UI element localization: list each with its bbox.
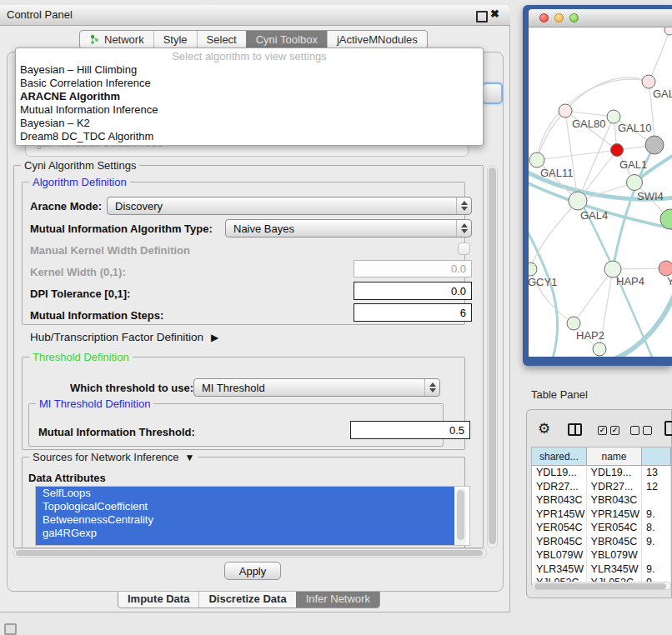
which-threshold-combo[interactable]: MI Threshold	[193, 378, 440, 397]
cell: YER054C	[587, 521, 642, 535]
table-row[interactable]: YPR145W YPR145W 9.	[532, 508, 671, 522]
node-hap2[interactable]	[567, 317, 580, 330]
algorithm-option[interactable]: Bayesian – K2	[16, 117, 483, 130]
list-item[interactable]: SelfLoops	[36, 487, 469, 500]
tab-impute-data[interactable]: Impute Data	[118, 590, 198, 608]
select-all-columns-icon[interactable]: ✓ ✓	[598, 426, 619, 435]
zoom-traffic-light-icon[interactable]	[569, 13, 579, 22]
checked-box-icon: ✓	[610, 426, 619, 435]
tab-network-label: Network	[104, 33, 144, 46]
close-icon[interactable]: ✖	[490, 8, 499, 20]
manual-kernel-checkbox[interactable]	[458, 242, 470, 255]
aracne-mode-value: Discovery	[108, 200, 456, 212]
algorithm-option[interactable]: Bayesian – Hill Climbing	[16, 63, 483, 77]
apply-button[interactable]: Apply	[224, 562, 281, 580]
aracne-mode-combo[interactable]: Discovery	[107, 197, 472, 215]
dpi-tolerance-field[interactable]	[354, 282, 472, 300]
table-row[interactable]: YLR345W YLR345W 9.	[532, 562, 671, 577]
tab-discretize-data[interactable]: Discretize Data	[198, 590, 295, 608]
algorithm-option[interactable]: Basic Correlation Inference	[16, 77, 483, 90]
table-row[interactable]: YDR27... YDR27... 12	[532, 480, 671, 494]
manual-kernel-label: Manual Kernel Width Definition	[30, 244, 190, 257]
algorithm-combo-focus-edge[interactable]	[482, 82, 503, 104]
mi-steps-field[interactable]	[354, 303, 472, 322]
tab-discretize-data-label: Discretize Data	[208, 592, 286, 605]
table-row[interactable]: YBR045C YBR045C 9.	[532, 535, 671, 549]
column-header[interactable]	[642, 448, 671, 465]
table-row[interactable]: YBR043C YBR043C	[532, 493, 671, 508]
list-vertical-scrollbar[interactable]	[456, 488, 466, 546]
cell: YBL079W	[532, 548, 587, 562]
settings-vertical-scrollbar[interactable]	[487, 165, 498, 548]
node-partial-bottom[interactable]	[593, 342, 606, 356]
node-label: HAP2	[576, 329, 604, 342]
control-panel-titlebar[interactable]	[0, 5, 510, 26]
node-gal1[interactable]	[627, 175, 643, 191]
data-attributes-list[interactable]: SelfLoops TopologicalCoefficient Between…	[35, 486, 470, 546]
cell: 9.	[642, 562, 671, 577]
file-icon[interactable]	[664, 421, 672, 436]
table-panel-title: Table Panel	[531, 388, 588, 401]
list-item[interactable]: gal4RGexp	[36, 527, 469, 540]
tab-cyni-toolbox-label: Cyni Toolbox	[256, 33, 318, 46]
node-gcy1[interactable]	[529, 262, 537, 276]
tab-cyni-toolbox[interactable]: Cyni Toolbox	[246, 31, 327, 48]
tab-infer-network[interactable]: Infer Network	[296, 590, 379, 608]
column-header[interactable]: shared...	[532, 448, 587, 465]
minimized-panel-icon[interactable]	[4, 623, 17, 635]
cell: YBL079W	[587, 548, 642, 562]
node-red-selected[interactable]	[611, 144, 624, 157]
tab-network[interactable]: Network	[80, 31, 153, 48]
tab-impute-data-label: Impute Data	[128, 592, 189, 605]
columns-icon[interactable]	[568, 423, 582, 436]
tab-jactivemnodules[interactable]: jActiveMNodules	[327, 31, 427, 48]
table-row[interactable]: YBL079W YBL079W	[532, 548, 671, 562]
network-canvas[interactable]: GAL80 GAL10 GAL1 GAL11 GAL4 SWI4 GCY1 HA…	[529, 28, 672, 357]
tab-select[interactable]: Select	[197, 31, 246, 48]
gear-icon[interactable]: ⚙	[538, 422, 550, 437]
settings-horizontal-scrollbar[interactable]	[13, 548, 487, 558]
minimize-traffic-light-icon[interactable]	[554, 13, 564, 22]
cell	[642, 548, 671, 562]
node-gal80[interactable]	[559, 104, 572, 118]
close-traffic-light-icon[interactable]	[539, 13, 549, 22]
list-item[interactable]: BetweennessCentrality	[36, 513, 469, 527]
data-attributes-label: Data Attributes	[28, 472, 106, 484]
node-gal4[interactable]	[569, 192, 587, 210]
screen: Control Panel ✖ Network Style Select Cyn…	[0, 0, 672, 635]
cell: YDL19...	[587, 466, 642, 480]
node-label: GCY1	[529, 276, 557, 288]
stepper-icon	[456, 220, 471, 237]
column-header[interactable]: name	[587, 448, 643, 465]
node-gal11[interactable]	[529, 152, 544, 168]
algorithm-option[interactable]: Dream8 DC_TDC Algorithm	[16, 130, 483, 143]
tab-infer-network-label: Infer Network	[306, 592, 370, 605]
node-gal-pink[interactable]	[642, 75, 655, 88]
tab-style[interactable]: Style	[153, 31, 197, 48]
mi-type-combo[interactable]: Naive Bayes	[225, 219, 472, 238]
kernel-width-field[interactable]	[354, 260, 472, 278]
float-icon[interactable]	[476, 11, 488, 22]
node-label: Y	[667, 275, 672, 288]
hub-definition-toggle[interactable]: Hub/Transcription Factor Definition ▶	[30, 331, 218, 343]
hub-definition-label: Hub/Transcription Factor Definition	[30, 331, 203, 343]
list-item[interactable]: TopologicalCoefficient	[36, 500, 469, 513]
table-row[interactable]: YER054C YER054C 8.	[532, 521, 671, 535]
mi-threshold-group-title: MI Threshold Definition	[36, 398, 153, 410]
deselect-all-columns-icon[interactable]	[630, 426, 652, 435]
network-window-titlebar[interactable]	[529, 9, 672, 28]
sources-group-title-row[interactable]: Sources for Network Inference ▼	[29, 451, 198, 463]
mi-steps-label: Mutual Information Steps:	[30, 309, 163, 322]
cell: YBR045C	[587, 535, 642, 549]
table-horizontal-scrollbar[interactable]	[532, 582, 671, 590]
mi-threshold-field[interactable]	[350, 421, 470, 439]
algorithm-option[interactable]: Mutual Information Inference	[16, 103, 483, 117]
node-partial-top[interactable]	[664, 28, 672, 35]
algorithm-option-selected[interactable]: ARACNE Algorithm	[16, 90, 483, 103]
cyni-algorithm-settings-title: Cyni Algorithm Settings	[21, 159, 139, 172]
cell: YBR043C	[587, 493, 642, 508]
node-salmon[interactable]	[659, 261, 672, 276]
table-row[interactable]: YDL19... YDL19... 13	[532, 466, 671, 480]
node-gray[interactable]	[645, 136, 664, 154]
stepper-icon	[456, 198, 471, 214]
